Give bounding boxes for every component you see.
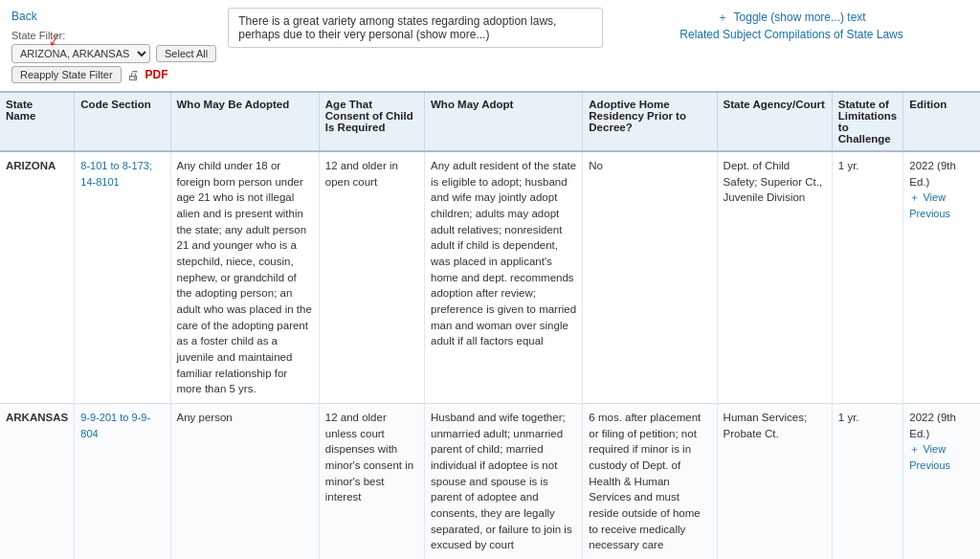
col-edition: Edition: [903, 92, 980, 151]
state-name-value: ARKANSAS: [6, 412, 68, 423]
col-who-adopt: Who May Adopt: [425, 92, 583, 151]
cell-edition: 2022 (9th Ed.)＋ View Previous: [903, 404, 980, 559]
cell-agency: Human Services; Probate Ct.: [717, 404, 832, 559]
cell-who-adopt: Any adult resident of the state is eligi…: [425, 151, 583, 404]
col-state-name: StateName: [0, 92, 75, 151]
cell-who-adopted: Any person: [170, 404, 319, 559]
col-who-adopted: Who May Be Adopted: [170, 92, 319, 151]
cell-statute: 1 yr.: [832, 151, 902, 404]
col-statute: Statute of Limitations to Challenge: [832, 92, 902, 151]
cell-residency: 6 mos. after placement or filing of peti…: [583, 404, 717, 559]
related-link[interactable]: Related Subject Compilations of State La…: [679, 28, 902, 41]
print-icon[interactable]: 🖨: [127, 68, 140, 82]
cell-agency: Dept. of Child Safety; Superior Ct., Juv…: [717, 151, 832, 404]
right-links-panel: ＋ Toggle (show more...) text Related Sub…: [614, 8, 969, 41]
toggle-link[interactable]: ＋ Toggle (show more...) text: [717, 10, 865, 26]
cell-code-section: 8-101 to 8-173; 14-8101: [75, 151, 170, 404]
col-agency: State Agency/Court: [717, 92, 832, 151]
back-link[interactable]: Back: [11, 10, 216, 23]
main-table: StateName Code Section Who May Be Adopte…: [0, 91, 980, 559]
plus-view-icon: ＋: [909, 191, 920, 203]
code-section-value: 9-9-201 to 9-9-804: [80, 412, 150, 439]
reapply-state-filter-button[interactable]: Reapply State Filter: [11, 66, 122, 83]
cell-residency: No: [583, 151, 717, 404]
cell-state-name: ARKANSAS: [0, 404, 75, 559]
cell-who-adopted: Any child under 18 or foreign born perso…: [170, 151, 319, 404]
plus-icon: ＋: [717, 11, 728, 24]
table-row: ARKANSAS9-9-201 to 9-9-804Any person12 a…: [0, 404, 980, 559]
col-residency: Adoptive Home Residency Prior to Decree?: [583, 92, 717, 151]
cell-consent-age: 12 and older in open court: [319, 151, 424, 404]
state-name-value: ARIZONA: [6, 160, 56, 171]
cell-who-adopt: Husband and wife together; unmarried adu…: [425, 404, 583, 559]
plus-view-icon: ＋: [909, 443, 920, 455]
info-box: There is a great variety among states re…: [228, 8, 603, 48]
cell-state-name: ARIZONA: [0, 151, 75, 404]
table-row: ARIZONA8-101 to 8-173; 14-8101Any child …: [0, 151, 980, 404]
col-code-section: Code Section: [75, 92, 170, 151]
cell-edition: 2022 (9th Ed.)＋ View Previous: [903, 151, 980, 404]
state-filter-select[interactable]: ARIZONA, ARKANSAS: [11, 44, 150, 63]
cell-statute: 1 yr.: [832, 404, 902, 559]
pdf-icon[interactable]: PDF: [145, 68, 168, 81]
cell-code-section: 9-9-201 to 9-9-804: [75, 404, 170, 559]
select-all-button[interactable]: Select All: [156, 45, 216, 62]
cell-consent-age: 12 and older unless court dispenses with…: [319, 404, 424, 559]
code-section-value: 8-101 to 8-173; 14-8101: [80, 160, 152, 188]
col-consent-age: Age That Consent of Child Is Required: [319, 92, 424, 151]
